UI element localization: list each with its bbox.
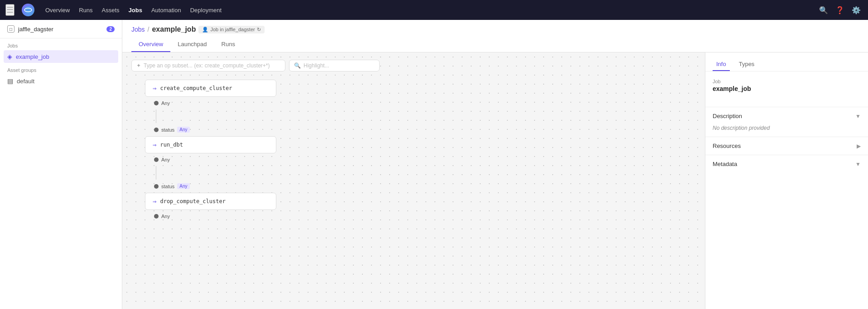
- graph-status-connector-1: status Any: [145, 123, 190, 136]
- right-tab-types[interactable]: Types: [735, 58, 758, 71]
- breadcrumb-current-job: example_job: [152, 25, 196, 33]
- top-navigation: ☰ Overview Runs Assets Jobs Automation D…: [0, 0, 868, 20]
- job-field-value: example_job: [713, 85, 861, 92]
- node-op-icon-3: ⇒: [153, 198, 156, 205]
- graph-status-connector-2: status Any: [145, 180, 190, 193]
- op-filter-placeholder: Type an op subset... (ex: create_compute…: [144, 62, 270, 69]
- tab-launchpad[interactable]: Launchpad: [170, 37, 214, 52]
- asset-group-icon: ▤: [7, 77, 13, 85]
- connector-dot-3: [154, 214, 159, 219]
- nav-deployment[interactable]: Deployment: [187, 5, 225, 15]
- status-label-1: status: [161, 127, 174, 133]
- main-container: □ jaffle_dagster 2 Jobs ◈ example_job As…: [0, 20, 868, 309]
- nav-links: Overview Runs Assets Jobs Automation Dep…: [42, 5, 810, 15]
- workspace-badge: 2: [106, 26, 115, 32]
- search-button[interactable]: 🔍: [817, 4, 830, 16]
- workspace-name: jaffle_dagster: [18, 26, 53, 33]
- nav-automation[interactable]: Automation: [148, 5, 185, 15]
- node-op-icon-2: ⇒: [153, 141, 156, 148]
- output-label-3: Any: [161, 214, 170, 219]
- hamburger-menu-button[interactable]: ☰: [5, 4, 14, 16]
- breadcrumb-jobs-link[interactable]: Jobs: [131, 26, 145, 33]
- graph-node-run-dbt[interactable]: ⇒ run_dbt: [145, 136, 276, 153]
- node-op-icon: ⇒: [153, 85, 156, 92]
- nav-actions: 🔍 ❓ ⚙️: [817, 4, 863, 16]
- node-label-3: drop_compute_cluster: [160, 198, 226, 204]
- metadata-chevron: ▼: [855, 161, 861, 167]
- filter-icon: ✦: [136, 62, 141, 69]
- sidebar-jobs-section-label: Jobs: [0, 38, 122, 50]
- content-area: Jobs / example_job 👤 Job in jaffle_dagst…: [122, 20, 868, 309]
- graph-toolbar: ✦ Type an op subset... (ex: create_compu…: [126, 56, 385, 75]
- op-filter-input[interactable]: ✦ Type an op subset... (ex: create_compu…: [131, 60, 285, 71]
- metadata-section: Metadata ▼: [705, 155, 868, 173]
- status-tag-1: Any: [177, 127, 189, 133]
- status-label-2: status: [161, 184, 174, 189]
- right-panel-tabs: Info Types: [705, 52, 868, 71]
- description-chevron: ▼: [855, 113, 861, 119]
- description-section-header[interactable]: Description ▼: [705, 107, 868, 125]
- job-meta-icon: 👤: [202, 27, 208, 33]
- graph-canvas[interactable]: ✦ Type an op subset... (ex: create_compu…: [122, 52, 705, 309]
- workspace-selector[interactable]: □ jaffle_dagster: [7, 25, 53, 33]
- graph-connector-2: Any: [145, 153, 170, 166]
- page-header: Jobs / example_job 👤 Job in jaffle_dagst…: [122, 20, 868, 52]
- status-tag-2: Any: [177, 183, 189, 189]
- right-tab-info[interactable]: Info: [713, 58, 730, 71]
- tab-overview[interactable]: Overview: [131, 37, 170, 52]
- svg-point-0: [24, 6, 32, 14]
- breadcrumb-separator: /: [148, 26, 149, 33]
- graph-line-1: [156, 109, 156, 123]
- help-button[interactable]: ❓: [834, 4, 846, 16]
- tab-runs[interactable]: Runs: [214, 37, 242, 52]
- app-logo: [22, 4, 34, 16]
- sidebar-assets-section-label: Asset groups: [0, 63, 122, 75]
- sidebar: □ jaffle_dagster 2 Jobs ◈ example_job As…: [0, 20, 122, 309]
- metadata-section-header[interactable]: Metadata ▼: [705, 155, 868, 173]
- graph-connector-3: Any: [145, 210, 170, 223]
- workspace-icon: □: [7, 25, 14, 33]
- graph-nodes: ⇒ create_compute_cluster Any status Any: [145, 80, 276, 223]
- graph-container: ✦ Type an op subset... (ex: create_compu…: [122, 52, 868, 309]
- sidebar-job-label: example_job: [16, 53, 49, 60]
- right-panel: Info Types Job example_job Description ▼…: [705, 52, 868, 309]
- output-label-1: Any: [161, 100, 170, 106]
- nav-runs[interactable]: Runs: [75, 5, 96, 15]
- settings-button[interactable]: ⚙️: [850, 4, 863, 16]
- connector-dot-2: [154, 157, 159, 162]
- highlight-input[interactable]: 🔍 Highlight...: [289, 60, 380, 71]
- job-icon: ◈: [7, 53, 12, 60]
- page-tabs: Overview Launchpad Runs: [131, 37, 859, 52]
- sidebar-asset-group-label: default: [17, 78, 34, 85]
- nav-jobs[interactable]: Jobs: [125, 5, 146, 15]
- breadcrumb: Jobs / example_job 👤 Job in jaffle_dagst…: [131, 25, 859, 33]
- nav-assets[interactable]: Assets: [98, 5, 123, 15]
- job-meta-badge: 👤 Job in jaffle_dagster ↻: [198, 26, 264, 33]
- job-meta-reload-icon[interactable]: ↻: [257, 27, 261, 33]
- resources-chevron: ▶: [857, 143, 861, 149]
- job-field-label: Job: [713, 79, 861, 84]
- description-section-label: Description: [713, 113, 742, 119]
- resources-section-header[interactable]: Resources ▶: [705, 137, 868, 155]
- graph-line-2: [156, 166, 156, 180]
- job-meta-text: Job in jaffle_dagster: [210, 27, 255, 32]
- connector-dot: [154, 101, 159, 105]
- description-content: No description provided: [705, 125, 868, 137]
- graph-node-drop-compute-cluster[interactable]: ⇒ drop_compute_cluster: [145, 193, 276, 210]
- status-dot-2: [154, 184, 159, 189]
- metadata-section-label: Metadata: [713, 161, 737, 167]
- resources-section: Resources ▶: [705, 137, 868, 155]
- status-dot-1: [154, 128, 159, 132]
- sidebar-header: □ jaffle_dagster 2: [0, 20, 122, 38]
- node-label: create_compute_cluster: [160, 85, 232, 91]
- description-section: Description ▼ No description provided: [705, 107, 868, 137]
- output-label-2: Any: [161, 157, 170, 162]
- graph-node-create-compute-cluster[interactable]: ⇒ create_compute_cluster: [145, 80, 276, 97]
- graph-connector-1: Any: [145, 97, 170, 109]
- description-text: No description provided: [713, 125, 770, 131]
- highlight-search-icon: 🔍: [294, 62, 301, 69]
- nav-overview[interactable]: Overview: [42, 5, 73, 15]
- highlight-placeholder: Highlight...: [304, 62, 329, 69]
- sidebar-item-default-asset-group[interactable]: ▤ default: [0, 75, 122, 87]
- sidebar-item-example-job[interactable]: ◈ example_job: [4, 50, 118, 63]
